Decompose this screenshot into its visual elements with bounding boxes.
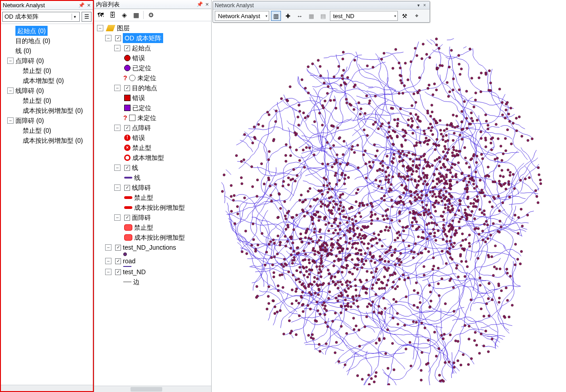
toc-root-row[interactable]: − 图层 bbox=[95, 23, 210, 33]
na-line-barrier-child-0[interactable]: 禁止型 (0) bbox=[2, 96, 92, 106]
list-by-selection-icon[interactable]: ▦ bbox=[131, 10, 140, 19]
collapse-icon[interactable]: − bbox=[105, 244, 111, 251]
na-origins-row[interactable]: 起始点 (0) bbox=[2, 26, 92, 36]
toc-pointbarrier-row[interactable]: − 点障碍 bbox=[95, 123, 210, 133]
collapse-icon[interactable]: − bbox=[97, 25, 103, 31]
toc-testnd-row[interactable]: − test_ND bbox=[95, 267, 210, 277]
toc-origins-item-0[interactable]: 错误 bbox=[95, 53, 210, 63]
collapse-icon[interactable]: − bbox=[105, 258, 111, 264]
svg-point-158 bbox=[399, 67, 402, 69]
svg-point-1149 bbox=[319, 350, 321, 353]
toc-pb-item-1[interactable]: × 禁止型 bbox=[95, 143, 210, 153]
svg-point-586 bbox=[424, 133, 426, 135]
toc-lines-item-0[interactable]: 线 bbox=[95, 173, 210, 183]
checkbox-icon[interactable] bbox=[124, 85, 130, 91]
toc-lb-item-1[interactable]: 成本按比例增加型 bbox=[95, 203, 210, 213]
svg-point-159 bbox=[447, 140, 449, 142]
toc-od-row[interactable]: − OD 成本矩阵 bbox=[95, 33, 210, 43]
collapse-icon[interactable]: − bbox=[7, 87, 14, 94]
pin-icon[interactable]: 📌 bbox=[78, 2, 85, 9]
checkbox-icon[interactable] bbox=[115, 258, 121, 264]
toc-lines-row[interactable]: − 线 bbox=[95, 163, 210, 173]
collapse-icon[interactable]: − bbox=[114, 184, 121, 191]
collapse-icon[interactable]: − bbox=[114, 214, 121, 221]
toc-polyb-item-1[interactable]: 成本按比例增加型 bbox=[95, 232, 210, 242]
svg-point-753 bbox=[421, 252, 423, 254]
list-by-visibility-icon[interactable]: ◈ bbox=[120, 10, 129, 19]
toc-origins-item-1[interactable]: 已定位 bbox=[95, 63, 210, 73]
collapse-icon[interactable]: − bbox=[114, 85, 121, 91]
toc-linebarrier-row[interactable]: − 线障碍 bbox=[95, 183, 210, 193]
na-line-barrier-label: 线障碍 (0) bbox=[15, 86, 44, 96]
svg-point-1067 bbox=[364, 325, 366, 328]
collapse-icon[interactable]: − bbox=[114, 165, 121, 171]
toc-junctions-row[interactable]: − test_ND_Junctions bbox=[95, 242, 210, 252]
toc-dest-item-1[interactable]: 已定位 bbox=[95, 103, 210, 113]
toc-dest-item-0[interactable]: 错误 bbox=[95, 93, 210, 103]
na-point-barrier-child-1[interactable]: 成本增加型 (0) bbox=[2, 76, 92, 86]
checkbox-icon[interactable] bbox=[124, 125, 130, 131]
na-line-barrier-child-1[interactable]: 成本按比例增加型 (0) bbox=[2, 106, 92, 116]
toc-polybarrier-row[interactable]: − 面障碍 bbox=[95, 213, 210, 223]
toc-origins-row[interactable]: − 起始点 bbox=[95, 43, 210, 53]
svg-point-642 bbox=[439, 160, 441, 163]
checkbox-icon[interactable] bbox=[124, 45, 130, 51]
checkbox-icon[interactable] bbox=[124, 165, 130, 171]
pin-icon[interactable]: 📌 bbox=[197, 1, 203, 8]
list-by-source-icon[interactable]: 🗄 bbox=[108, 10, 117, 19]
chevron-down-icon: ▾ bbox=[394, 14, 396, 18]
toc-dest-item-2[interactable]: ? 未定位 bbox=[95, 113, 210, 123]
checkbox-icon[interactable] bbox=[115, 269, 121, 275]
collapse-icon[interactable]: − bbox=[114, 125, 121, 131]
svg-point-1622 bbox=[375, 282, 377, 284]
close-icon[interactable]: × bbox=[204, 1, 210, 8]
toc-pb-item-0[interactable]: ! 错误 bbox=[95, 133, 210, 143]
collapse-icon[interactable]: − bbox=[105, 269, 111, 275]
close-icon[interactable]: × bbox=[421, 2, 428, 9]
na-poly-barrier-child-1[interactable]: 成本按比例增加型 (0) bbox=[2, 136, 92, 145]
checkbox-icon[interactable] bbox=[124, 185, 130, 191]
svg-point-808 bbox=[435, 210, 437, 212]
list-by-drawing-icon[interactable]: 🗺 bbox=[96, 10, 105, 19]
na-destinations-row[interactable]: 目的地点 (0) bbox=[2, 36, 92, 46]
toc-polyb-item-0[interactable]: 禁止型 bbox=[95, 223, 210, 232]
scrollbar-stub[interactable] bbox=[1, 385, 93, 391]
svg-point-346 bbox=[484, 137, 487, 139]
svg-point-837 bbox=[348, 208, 351, 210]
collapse-icon[interactable]: − bbox=[7, 117, 14, 124]
collapse-icon[interactable]: − bbox=[114, 45, 121, 51]
na-lines-row[interactable]: 线 (0) bbox=[2, 46, 92, 56]
na-float-titlebar[interactable]: Network Analyst ▾ × bbox=[213, 1, 430, 10]
toc-pb-item-2[interactable]: 成本增加型 bbox=[95, 153, 210, 163]
na-point-barrier-row[interactable]: − 点障碍 (0) bbox=[2, 56, 92, 66]
toc-lb-item-0[interactable]: 禁止型 bbox=[95, 193, 210, 203]
svg-point-1642 bbox=[409, 190, 411, 193]
na-poly-barrier-row[interactable]: − 面障碍 (0) bbox=[2, 116, 92, 126]
na-poly-barrier-child-0[interactable]: 禁止型 (0) bbox=[2, 126, 92, 136]
collapse-icon[interactable]: − bbox=[105, 35, 111, 41]
toc-destinations-row[interactable]: − 目的地点 bbox=[95, 83, 210, 93]
svg-point-1563 bbox=[385, 179, 387, 181]
checkbox-icon[interactable] bbox=[124, 215, 130, 221]
collapse-icon[interactable]: − bbox=[7, 58, 14, 64]
na-point-barrier-child-0[interactable]: 禁止型 (0) bbox=[2, 66, 92, 76]
options-icon[interactable]: ⚙ bbox=[146, 10, 155, 19]
close-icon[interactable]: × bbox=[86, 2, 92, 9]
toc-road-row[interactable]: − road bbox=[95, 256, 210, 266]
svg-point-161 bbox=[423, 130, 425, 132]
toc-origins-item-2[interactable]: ? 未定位 bbox=[95, 73, 210, 83]
scrollbar-stub[interactable] bbox=[94, 386, 211, 392]
svg-point-1449 bbox=[442, 227, 445, 229]
float-dropdown-icon[interactable]: ▾ bbox=[415, 2, 421, 9]
svg-point-1610 bbox=[285, 245, 287, 247]
na-properties-button[interactable]: ☰ bbox=[82, 12, 92, 22]
analysis-layer-dropdown[interactable]: OD 成本矩阵 ▾ bbox=[2, 12, 80, 22]
checkbox-icon[interactable] bbox=[115, 245, 121, 251]
checkbox-icon[interactable] bbox=[115, 35, 121, 41]
toc-edge-row[interactable]: 边 bbox=[95, 277, 210, 287]
na-line-barrier-row[interactable]: − 线障碍 (0) bbox=[2, 86, 92, 96]
scrollbar-thumb[interactable] bbox=[131, 387, 162, 392]
map-view[interactable]: Network Analyst ▾ × Network Analyst ▾ ▥ … bbox=[212, 0, 566, 392]
svg-point-1302 bbox=[297, 116, 299, 118]
svg-point-887 bbox=[378, 238, 381, 241]
